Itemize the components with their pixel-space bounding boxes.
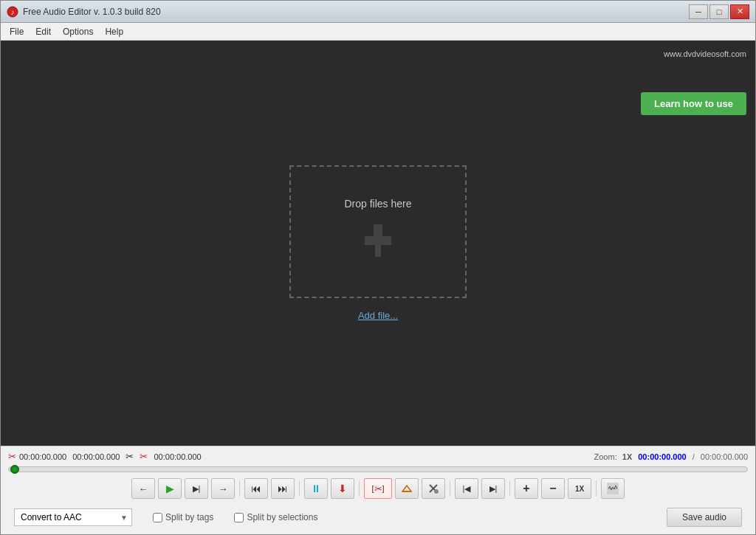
trim-cut-button[interactable]: [✂] [364, 478, 392, 499]
add-file-link[interactable]: Add file... [358, 310, 398, 321]
prev-track-button[interactable]: ⏮ [244, 478, 268, 499]
scissors-icon-2: ✂ [126, 451, 134, 462]
split-by-tags-group: Split by tags [153, 512, 213, 522]
main-window: ♪ Free Audio Editor v. 1.0.3 build 820 ─… [0, 0, 756, 535]
progress-thumb[interactable] [10, 465, 19, 474]
time-current: 00:00:00.000 [638, 452, 686, 461]
scissors-icon-1: ✂ [8, 451, 16, 462]
time-separator: / [693, 452, 695, 461]
delete-button[interactable] [422, 478, 445, 499]
minimize-button[interactable]: ─ [689, 4, 708, 19]
scissors-icon-3: ✂ [140, 451, 148, 462]
skip-forward-button[interactable]: → [211, 478, 235, 499]
zoom-label: Zoom: 1X [594, 452, 633, 461]
close-button[interactable]: ✕ [730, 4, 749, 19]
separator-5 [509, 480, 510, 497]
separator-6 [596, 480, 597, 497]
save-audio-button[interactable]: Save audio [667, 508, 742, 527]
menu-options[interactable]: Options [57, 25, 99, 38]
controls-row: ← ▶ ▶| → ⏮ ⏭ ⏸ ⬇ [✂] [8, 478, 748, 499]
next-track-button[interactable]: ⏭ [271, 478, 295, 499]
window-title: Free Audio Editor v. 1.0.3 build 820 [23, 7, 689, 17]
split-by-selections-label: Split by selections [247, 512, 317, 522]
separator-3 [359, 480, 360, 497]
split-by-tags-label: Split by tags [165, 512, 213, 522]
split-by-selections-group: Split by selections [234, 512, 317, 522]
main-canvas: www.dvdvideosoft.com Learn how to use Dr… [1, 41, 755, 446]
menu-edit[interactable]: Edit [30, 25, 57, 38]
title-bar: ♪ Free Audio Editor v. 1.0.3 build 820 ─… [1, 1, 755, 23]
waveform-button[interactable] [601, 478, 625, 499]
window-controls: ─ □ ✕ [689, 4, 749, 19]
play-to-end-button[interactable]: ▶| [185, 478, 208, 499]
go-start-sel-button[interactable]: |◀ [455, 478, 478, 499]
zoom-out-button[interactable]: − [541, 478, 565, 499]
skip-back-button[interactable]: ← [131, 478, 155, 499]
progress-track[interactable] [8, 466, 748, 472]
marker-1: ✂ 00:00:00.000 [8, 451, 66, 462]
dvdsoft-link[interactable]: www.dvdvideosoft.com [664, 49, 746, 58]
fade-button[interactable] [395, 478, 419, 499]
app-icon: ♪ [7, 6, 18, 18]
format-select-wrapper: Convert to AAC Convert to MP3 Convert to… [14, 508, 132, 526]
learn-how-to-use-button[interactable]: Learn how to use [641, 92, 746, 115]
split-by-selections-checkbox[interactable] [234, 513, 244, 522]
bottom-row: Convert to AAC Convert to MP3 Convert to… [8, 505, 748, 530]
zoom-in-button[interactable]: + [515, 478, 538, 499]
pause-button[interactable]: ⏸ [304, 478, 328, 499]
time-2: 00:00:00.000 [72, 452, 120, 461]
separator-2 [299, 480, 300, 497]
svg-text:♪: ♪ [11, 8, 15, 16]
time-total: 00:00:00.000 [701, 452, 748, 461]
time-3: 00:00:00.000 [154, 452, 201, 461]
svg-marker-2 [365, 236, 391, 257]
drop-files-text: Drop files here [344, 198, 411, 210]
svg-point-8 [434, 489, 439, 494]
timeline-bar: ✂ 00:00:00.000 00:00:00.000 ✂ ✂ 00:00:00… [8, 451, 748, 462]
stop-button[interactable]: ⬇ [331, 478, 354, 499]
menu-bar: File Edit Options Help [1, 23, 755, 41]
svg-rect-3 [374, 224, 382, 238]
format-select[interactable]: Convert to AAC Convert to MP3 Convert to… [14, 508, 132, 526]
menu-file[interactable]: File [4, 25, 30, 38]
separator-4 [450, 480, 450, 497]
menu-help[interactable]: Help [99, 25, 129, 38]
maximize-button[interactable]: □ [709, 4, 729, 19]
play-button[interactable]: ▶ [158, 478, 182, 499]
drop-arrow-icon [359, 221, 397, 266]
zoom-1x-button[interactable]: 1X [568, 478, 591, 499]
time-1: 00:00:00.000 [19, 452, 66, 461]
svg-marker-4 [402, 486, 411, 491]
bottom-panel: ✂ 00:00:00.000 00:00:00.000 ✂ ✂ 00:00:00… [1, 446, 755, 534]
drop-zone[interactable]: Drop files here [289, 165, 467, 298]
split-by-tags-checkbox[interactable] [153, 513, 162, 522]
go-end-sel-button[interactable]: ▶| [481, 478, 505, 499]
separator-1 [239, 480, 240, 497]
